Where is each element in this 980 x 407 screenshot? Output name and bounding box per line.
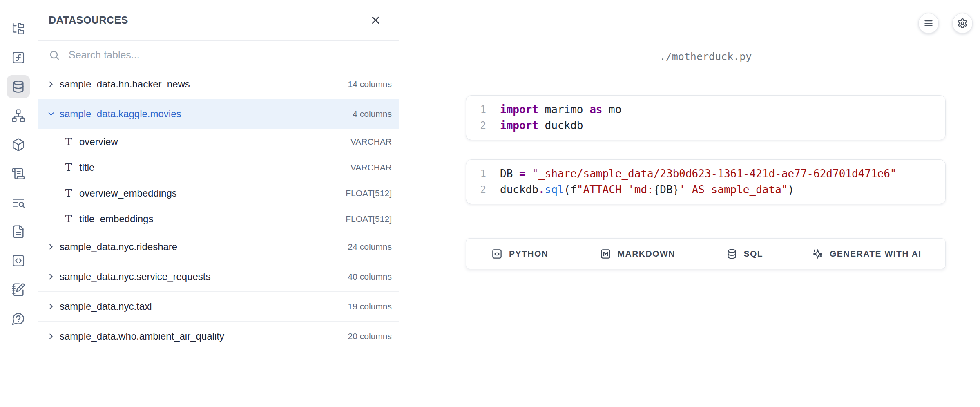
code-line: import marimo as mo — [500, 102, 621, 118]
table-group: sample_data.hn.hacker_news14 columns — [38, 69, 399, 99]
table-group: sample_data.who.ambient_air_quality20 co… — [38, 322, 399, 351]
add-cell-button-label: GENERATE WITH AI — [830, 249, 922, 259]
database-icon — [11, 80, 25, 94]
line-number: 2 — [466, 118, 486, 134]
sidebar-item-dependencies[interactable] — [7, 104, 30, 127]
chevron-wrapper — [47, 302, 56, 311]
text-type-icon: T — [63, 213, 74, 225]
menu-button[interactable] — [918, 13, 939, 34]
table-column-count: 19 columns — [348, 302, 392, 311]
sidebar-item-datasources[interactable] — [7, 75, 30, 98]
sidebar-item-help[interactable] — [7, 307, 30, 330]
table-group: sample_data.nyc.rideshare24 columns — [38, 232, 399, 262]
gear-icon — [957, 18, 968, 29]
table-group: sample_data.nyc.service_requests40 colum… — [38, 262, 399, 292]
column-row[interactable]: ToverviewVARCHAR — [38, 129, 399, 154]
sidebar-item-documentation[interactable] — [7, 220, 30, 243]
text-type-icon: T — [63, 136, 74, 148]
code-square-icon — [491, 248, 502, 259]
table-row[interactable]: sample_data.kaggle.movies4 columns — [38, 99, 399, 129]
code-cell-1[interactable]: 12import marimo as moimport duckdb — [466, 95, 946, 140]
code-cell-2[interactable]: 12DB = "_share/sample_data/23b0d623-1361… — [466, 159, 946, 204]
sidebar-item-tracebacks[interactable] — [7, 191, 30, 214]
chevron-right-icon — [47, 302, 56, 311]
text-type-icon: T — [63, 187, 74, 199]
sidebar-item-packages[interactable] — [7, 133, 30, 156]
code-line: import duckdb — [500, 118, 621, 134]
search-tables-input[interactable] — [68, 49, 388, 61]
chevron-wrapper — [47, 332, 56, 341]
markdown-square-icon — [600, 248, 611, 259]
column-type: VARCHAR — [350, 137, 392, 147]
panel-title: DATASOURCES — [49, 14, 128, 26]
sidebar-item-scratchpad[interactable] — [7, 278, 30, 301]
table-name: sample_data.nyc.rideshare — [60, 241, 177, 253]
line-number-gutter: 12 — [466, 166, 493, 198]
sidebar-item-logs[interactable] — [7, 162, 30, 185]
search-icon — [49, 49, 60, 61]
column-row[interactable]: Ttitle_embeddingsFLOAT[512] — [38, 206, 399, 232]
chevron-wrapper — [47, 242, 56, 251]
file-text-icon — [11, 225, 25, 239]
code-editor[interactable]: DB = "_share/sample_data/23b0d623-1361-4… — [493, 166, 897, 198]
add-cell-button-label: PYTHON — [509, 249, 549, 259]
generate-with-ai-button[interactable]: GENERATE WITH AI — [788, 239, 945, 269]
column-type: FLOAT[512] — [346, 188, 392, 198]
add-sql-cell-button[interactable]: SQL — [701, 239, 788, 269]
table-row[interactable]: sample_data.nyc.service_requests40 colum… — [38, 262, 399, 291]
table-name: sample_data.who.ambient_air_quality — [60, 331, 224, 342]
table-column-count: 24 columns — [348, 242, 392, 252]
line-number: 2 — [466, 182, 486, 198]
table-column-count: 40 columns — [348, 272, 392, 282]
close-icon — [370, 14, 382, 26]
chevron-right-icon — [47, 242, 56, 251]
table-column-count: 14 columns — [348, 79, 392, 89]
table-row[interactable]: sample_data.hn.hacker_news14 columns — [38, 69, 399, 99]
column-type: FLOAT[512] — [346, 214, 392, 224]
column-row[interactable]: Toverview_embeddingsFLOAT[512] — [38, 180, 399, 206]
text-type-icon: T — [63, 161, 74, 173]
close-panel-button[interactable] — [368, 13, 383, 28]
column-name: title — [79, 162, 94, 173]
add-python-cell-button[interactable]: PYTHON — [466, 239, 574, 269]
notebook-filename: ./motherduck.py — [466, 51, 946, 63]
column-row[interactable]: TtitleVARCHAR — [38, 154, 399, 180]
chevron-down-icon — [47, 110, 56, 119]
table-column-count: 20 columns — [348, 331, 392, 341]
sidebar-item-snippets[interactable] — [7, 249, 30, 272]
hamburger-icon — [923, 18, 934, 29]
table-column-count: 4 columns — [353, 109, 392, 119]
folder-tree-icon — [11, 22, 25, 36]
network-icon — [11, 109, 25, 123]
code-editor[interactable]: import marimo as moimport duckdb — [493, 102, 621, 134]
text-search-icon — [11, 196, 25, 210]
table-name: sample_data.hn.hacker_news — [60, 78, 190, 90]
notebook-pen-icon — [11, 283, 25, 297]
scroll-text-icon — [11, 167, 25, 181]
table-row[interactable]: sample_data.nyc.rideshare24 columns — [38, 232, 399, 262]
sidebar-item-functions[interactable] — [7, 46, 30, 69]
table-group: sample_data.kaggle.movies4 columnsToverv… — [38, 99, 399, 232]
datasources-panel-header: DATASOURCES — [38, 0, 399, 41]
table-name: sample_data.kaggle.movies — [60, 108, 181, 120]
notebook-area: ./motherduck.py 12import marimo as moimp… — [399, 0, 980, 407]
column-name: overview_embeddings — [79, 188, 177, 199]
table-row[interactable]: sample_data.who.ambient_air_quality20 co… — [38, 322, 399, 351]
code-line: DB = "_share/sample_data/23b0d623-1361-4… — [500, 166, 897, 182]
line-number-gutter: 12 — [466, 102, 493, 134]
chevron-wrapper — [47, 110, 56, 119]
chevron-right-icon — [47, 272, 56, 281]
chevron-right-icon — [47, 332, 56, 341]
column-type: VARCHAR — [350, 163, 392, 172]
table-row[interactable]: sample_data.nyc.taxi19 columns — [38, 292, 399, 321]
code-square-icon — [11, 254, 25, 268]
search-bar — [38, 41, 399, 69]
code-line: duckdb.sql(f"ATTACH 'md:{DB}' AS sample_… — [500, 182, 897, 198]
settings-button[interactable] — [952, 13, 973, 34]
add-cell-button-label: SQL — [744, 249, 763, 259]
sidebar-item-file-explorer[interactable] — [7, 17, 30, 40]
help-circle-icon — [11, 312, 25, 326]
chevron-wrapper — [47, 80, 56, 89]
add-markdown-cell-button[interactable]: MARKDOWN — [574, 239, 701, 269]
datasources-panel: DATASOURCES sample_data.hn.hacker_news14… — [38, 0, 399, 407]
